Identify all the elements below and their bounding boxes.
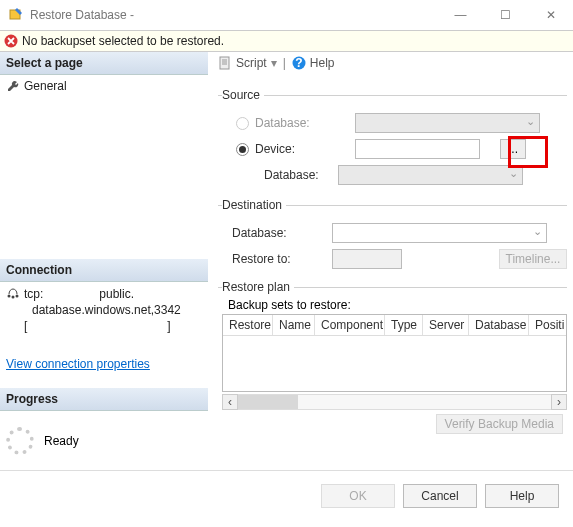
wrench-icon <box>6 79 20 93</box>
source-database-label: Database: <box>255 116 355 130</box>
col-position[interactable]: Positi <box>529 315 565 335</box>
svg-point-2 <box>8 295 11 298</box>
page-general[interactable]: General <box>6 79 202 93</box>
scroll-left-icon[interactable]: ‹ <box>222 394 238 410</box>
svg-point-4 <box>12 296 15 299</box>
toolbar: Script ▾ | ? Help <box>218 56 567 70</box>
title-bar: Restore Database - — ☐ ✕ <box>0 0 573 30</box>
notification-text: No backupset selected to be restored. <box>22 34 224 48</box>
scroll-thumb[interactable] <box>238 395 298 409</box>
svg-rect-5 <box>220 57 229 69</box>
source-legend: Source <box>222 88 264 102</box>
restore-plan-group: Restore plan Backup sets to restore: Res… <box>218 280 567 434</box>
svg-point-3 <box>16 295 19 298</box>
minimize-button[interactable]: — <box>438 0 483 30</box>
help-button[interactable]: Help <box>310 56 335 70</box>
server-icon <box>6 286 20 300</box>
col-name[interactable]: Name <box>273 315 315 335</box>
source-device-radio[interactable] <box>236 143 249 156</box>
view-connection-properties-link[interactable]: View connection properties <box>6 356 150 372</box>
dest-restoreto-input <box>332 249 402 269</box>
table-header: Restore Name Component Type Server Datab… <box>223 315 566 336</box>
destination-group: Destination Database: Restore to: Timeli… <box>218 198 567 274</box>
verify-backup-media-button: Verify Backup Media <box>436 414 563 434</box>
main-panel: Script ▾ | ? Help Source Database: Devic… <box>208 52 573 470</box>
dest-database-select[interactable] <box>332 223 547 243</box>
connection-info: tcp:public. database.windows.net,3342 [] <box>24 286 181 334</box>
progress-status: Ready <box>44 434 79 448</box>
source-database-select <box>355 113 540 133</box>
select-page-header: Select a page <box>0 52 208 75</box>
progress-spinner-icon <box>6 427 34 455</box>
restore-plan-legend: Restore plan <box>222 280 294 294</box>
error-icon <box>4 34 18 48</box>
script-icon <box>218 56 232 70</box>
progress-header: Progress <box>0 388 208 411</box>
ok-button: OK <box>321 484 395 508</box>
col-database[interactable]: Database <box>469 315 529 335</box>
col-restore[interactable]: Restore <box>223 315 273 335</box>
svg-text:?: ? <box>295 56 302 70</box>
source-device-label: Device: <box>255 142 355 156</box>
table-hscrollbar[interactable]: ‹ › <box>222 394 567 410</box>
help-button-footer[interactable]: Help <box>485 484 559 508</box>
maximize-button[interactable]: ☐ <box>483 0 528 30</box>
notification-bar: No backupset selected to be restored. <box>0 30 573 52</box>
scroll-right-icon[interactable]: › <box>551 394 567 410</box>
source-device-input[interactable] <box>355 139 480 159</box>
source-device-db-select[interactable] <box>338 165 523 185</box>
left-panel: Select a page General Connection tcp:pub… <box>0 52 208 470</box>
timeline-button: Timeline... <box>499 249 567 269</box>
help-icon: ? <box>292 56 306 70</box>
page-general-label: General <box>24 79 67 93</box>
col-type[interactable]: Type <box>385 315 423 335</box>
dialog-footer: OK Cancel Help <box>0 470 573 520</box>
col-component[interactable]: Component <box>315 315 385 335</box>
destination-legend: Destination <box>222 198 286 212</box>
close-button[interactable]: ✕ <box>528 0 573 30</box>
app-icon <box>8 7 24 23</box>
backup-sets-table[interactable]: Restore Name Component Type Server Datab… <box>222 314 567 392</box>
col-server[interactable]: Server <box>423 315 469 335</box>
connection-header: Connection <box>0 259 208 282</box>
dest-database-label: Database: <box>232 226 332 240</box>
cancel-button[interactable]: Cancel <box>403 484 477 508</box>
highlight-annotation <box>508 136 548 168</box>
window-title: Restore Database - <box>30 8 438 22</box>
dest-restoreto-label: Restore to: <box>232 252 332 266</box>
source-database-radio <box>236 117 249 130</box>
dropdown-icon[interactable]: ▾ <box>271 56 277 70</box>
source-device-db-label: Database: <box>264 168 338 182</box>
script-button[interactable]: Script <box>236 56 267 70</box>
backup-sets-label: Backup sets to restore: <box>228 298 567 312</box>
